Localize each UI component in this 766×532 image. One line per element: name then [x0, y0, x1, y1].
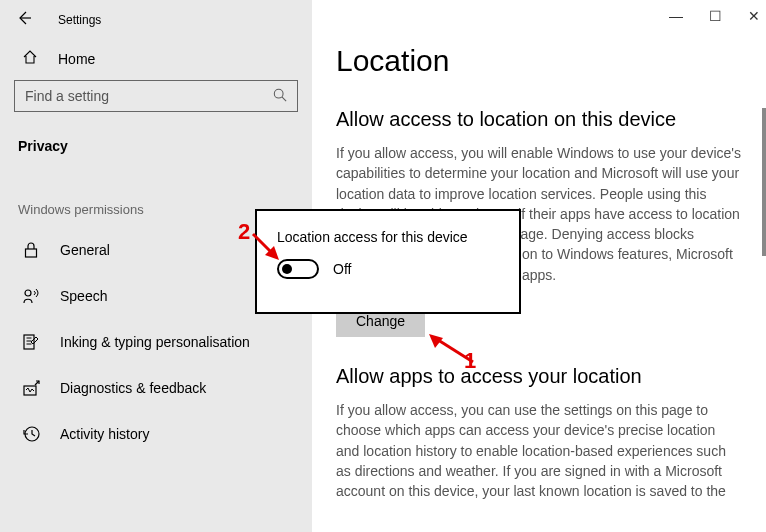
svg-rect-3	[26, 249, 37, 257]
popup-title: Location access for this device	[277, 229, 499, 245]
inking-icon	[22, 333, 40, 351]
sidebar-item-activity-history[interactable]: Activity history	[0, 411, 312, 457]
minimize-button[interactable]: —	[669, 8, 683, 24]
section2-body: If you allow access, you can use the set…	[336, 400, 742, 501]
sidebar-item-diagnostics[interactable]: Diagnostics & feedback	[0, 365, 312, 411]
maximize-button[interactable]: ☐	[709, 8, 722, 24]
close-button[interactable]: ✕	[748, 8, 760, 24]
location-access-popup: Location access for this device Off	[255, 209, 521, 314]
back-icon[interactable]	[16, 10, 32, 29]
toggle-state-label: Off	[333, 261, 351, 277]
svg-point-1	[274, 89, 283, 98]
home-icon	[22, 49, 38, 68]
page-title: Location	[336, 44, 742, 78]
search-input[interactable]	[14, 80, 298, 112]
history-icon	[22, 425, 40, 443]
app-title: Settings	[58, 13, 101, 27]
svg-point-4	[25, 290, 31, 296]
window-controls: — ☐ ✕	[669, 8, 760, 24]
sidebar-item-inking[interactable]: Inking & typing personalisation	[0, 319, 312, 365]
home-label: Home	[58, 51, 95, 67]
annotation-2: 2	[238, 219, 250, 245]
arrow-2-icon	[251, 232, 281, 262]
section2-heading: Allow apps to access your location	[336, 365, 742, 388]
sidebar-item-label: Inking & typing personalisation	[60, 334, 250, 350]
location-toggle[interactable]	[277, 259, 319, 279]
sidebar-item-label: Diagnostics & feedback	[60, 380, 206, 396]
home-button[interactable]: Home	[0, 37, 312, 80]
sidebar-item-label: General	[60, 242, 110, 258]
svg-rect-5	[24, 335, 34, 349]
section-title: Privacy	[0, 112, 312, 154]
diagnostics-icon	[22, 379, 40, 397]
svg-line-2	[282, 97, 286, 101]
lock-icon	[22, 241, 40, 259]
sidebar-item-label: Speech	[60, 288, 107, 304]
sidebar-item-label: Activity history	[60, 426, 149, 442]
svg-line-12	[435, 338, 473, 362]
toggle-knob	[282, 264, 292, 274]
section1-heading: Allow access to location on this device	[336, 108, 742, 131]
speech-icon	[22, 287, 40, 305]
search-icon	[273, 88, 287, 105]
arrow-1-icon	[429, 334, 475, 364]
scrollbar[interactable]	[762, 108, 766, 256]
